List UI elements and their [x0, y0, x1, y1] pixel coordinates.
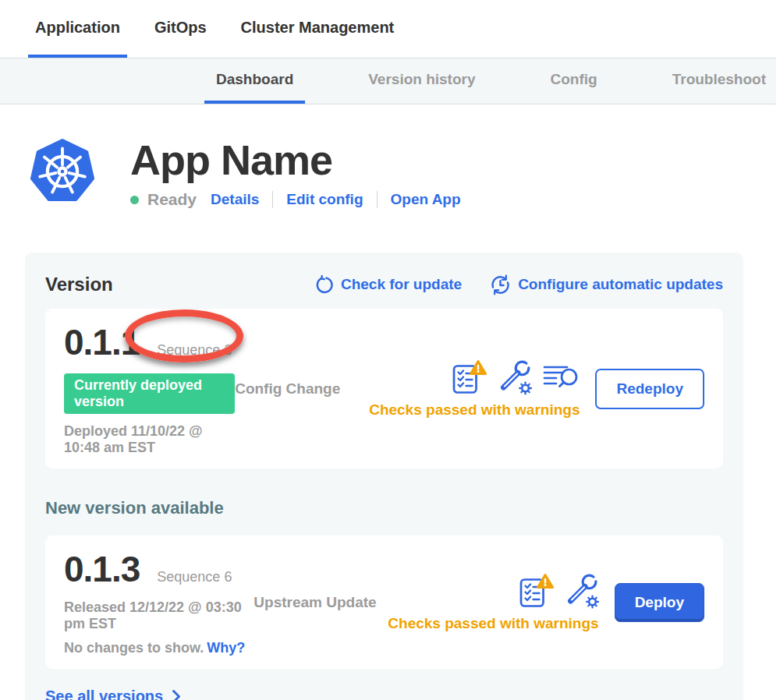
config-wrench-icon[interactable]: [565, 573, 599, 609]
new-sequence-label: Sequence 6: [157, 569, 232, 585]
tab-version-history[interactable]: Version history: [356, 58, 487, 104]
primary-nav: Application GitOps Cluster Management: [0, 0, 780, 58]
current-release-source: Config Change: [235, 380, 369, 398]
no-changes-text: No changes to show.Why?: [64, 640, 254, 656]
tab-troubleshoot[interactable]: Troubleshoot: [661, 58, 776, 104]
page-title: App Name: [130, 139, 461, 181]
current-sequence-label: Sequence 3: [157, 342, 232, 359]
kubernetes-logo-icon: [30, 139, 95, 209]
deploy-button[interactable]: Deploy: [615, 583, 704, 622]
tab-cluster-management[interactable]: Cluster Management: [234, 0, 402, 58]
check-for-update-button[interactable]: Check for update: [314, 275, 462, 295]
why-link[interactable]: Why?: [207, 640, 245, 656]
app-header: App Name Ready Details Edit config Open …: [30, 139, 780, 209]
new-version-line: 0.1.3 Sequence 6: [64, 548, 254, 590]
deployed-timestamp: Deployed 11/10/22 @ 10:48 am EST: [64, 423, 235, 456]
tab-gitops[interactable]: GitOps: [147, 0, 214, 58]
current-version-number: 0.1.1: [64, 321, 140, 363]
status-label: Ready: [147, 190, 197, 209]
new-release-info: 0.1.3 Sequence 6 Released 12/12/22 @ 03:…: [64, 548, 254, 656]
new-version-heading: New version available: [45, 498, 723, 518]
current-release-card: 0.1.1 Sequence 3 Currently deployed vers…: [45, 309, 723, 468]
config-wrench-icon[interactable]: [498, 359, 532, 395]
current-release-icons: [452, 359, 580, 395]
app-sub-nav: Dashboard Version history Config Trouble…: [0, 58, 776, 104]
divider: [377, 191, 378, 208]
preflight-checks-icon[interactable]: [452, 359, 487, 395]
currently-deployed-badge: Currently deployed version: [64, 373, 235, 414]
configure-automatic-updates-label: Configure automatic updates: [518, 276, 723, 293]
details-link[interactable]: Details: [211, 191, 259, 208]
configure-automatic-updates-button[interactable]: Configure automatic updates: [490, 274, 723, 295]
new-release-source: Upstream Update: [254, 594, 388, 611]
see-all-versions-link[interactable]: See all versions: [45, 688, 723, 700]
refresh-icon: [314, 275, 334, 295]
chevron-right-icon: [172, 689, 181, 700]
current-release-checks: Checks passed with warnings: [369, 359, 580, 419]
new-release-icons: [519, 573, 599, 609]
preflight-checks-icon[interactable]: [519, 573, 554, 609]
auto-update-clock-icon: [490, 274, 511, 295]
check-for-update-label: Check for update: [341, 276, 462, 293]
current-version-line: 0.1.1 Sequence 3: [64, 321, 235, 363]
app-header-text: App Name Ready Details Edit config Open …: [130, 139, 461, 209]
new-release-checks: Checks passed with warnings: [388, 573, 598, 632]
new-version-number: 0.1.3: [64, 548, 140, 590]
app-status-row: Ready Details Edit config Open App: [130, 190, 461, 209]
tab-application[interactable]: Application: [28, 0, 127, 58]
redeploy-button[interactable]: Redeploy: [595, 369, 704, 409]
version-card-header: Version Check for update Configu: [45, 274, 723, 295]
version-card: Version Check for update Configu: [25, 253, 743, 700]
divider: [272, 191, 273, 208]
ready-dot-icon: [130, 196, 139, 204]
see-all-versions-label: See all versions: [45, 688, 163, 700]
current-checks-status[interactable]: Checks passed with warnings: [369, 401, 580, 419]
released-timestamp: Released 12/12/22 @ 03:30 pm EST: [64, 599, 254, 632]
no-changes-label: No changes to show.: [64, 640, 204, 656]
open-app-link[interactable]: Open App: [391, 191, 461, 208]
current-release-info: 0.1.1 Sequence 3 Currently deployed vers…: [64, 321, 235, 456]
version-card-title: Version: [45, 274, 286, 295]
edit-config-link[interactable]: Edit config: [286, 191, 363, 208]
new-checks-status[interactable]: Checks passed with warnings: [388, 615, 598, 632]
tab-config[interactable]: Config: [539, 58, 609, 104]
release-diff-icon[interactable]: [543, 362, 580, 391]
new-release-card: 0.1.3 Sequence 6 Released 12/12/22 @ 03:…: [45, 536, 723, 669]
tab-dashboard[interactable]: Dashboard: [204, 58, 305, 104]
